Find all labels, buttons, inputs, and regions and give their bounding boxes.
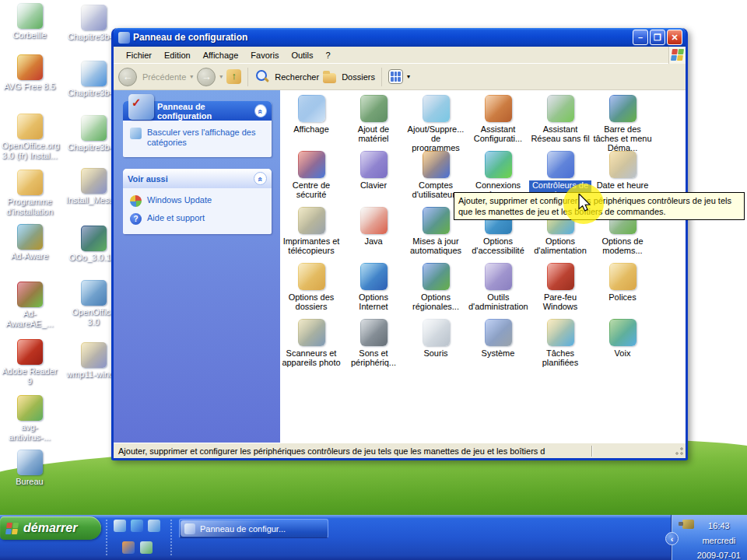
- task-pane-link[interactable]: Windows Update: [130, 195, 265, 207]
- wireless-network-wizard-icon: [547, 95, 574, 122]
- control-panel-item[interactable]: Barre des tâches et menu Déma...: [591, 93, 654, 149]
- desktop-icon-label: AVG Free 8.5: [2, 82, 58, 92]
- toolbar: ← Précédente ▾ → ▾ ↑ Rechercher Dossiers…: [114, 64, 686, 90]
- task-pane-link[interactable]: ?Aide et support: [130, 213, 265, 225]
- control-panel-item[interactable]: Souris: [405, 317, 467, 373]
- control-panel-item-label: Système: [480, 348, 517, 358]
- menu-item-favoris[interactable]: Favoris: [244, 49, 285, 61]
- search-button[interactable]: Rechercher: [275, 72, 319, 82]
- views-button[interactable]: [388, 69, 403, 84]
- control-panel-item[interactable]: Clavier: [342, 149, 405, 205]
- desktop-icon-label: Programme d'installation ...: [2, 197, 58, 227]
- back-button[interactable]: ←: [118, 68, 137, 86]
- desktop-icon[interactable]: Ad-Aware: [2, 224, 58, 261]
- java-icon: [360, 207, 388, 234]
- folders-button[interactable]: Dossiers: [342, 72, 375, 82]
- desktop-icon[interactable]: AVG Free 8.5: [2, 54, 58, 92]
- desktop-icon[interactable]: Programme d'installation ...: [2, 170, 58, 227]
- desktop-icon-label: Ad-Aware: [2, 251, 58, 261]
- control-panel-item[interactable]: Voix: [591, 317, 654, 373]
- views-dropdown-icon[interactable]: ▾: [407, 73, 410, 80]
- control-panel-item-label: Scanneurs et appareils photo: [280, 348, 342, 367]
- control-panel-item[interactable]: Affichage: [280, 93, 342, 149]
- control-panel-item[interactable]: Options des dossiers: [280, 261, 342, 317]
- quicklaunch-separator: [170, 520, 173, 555]
- collapse-chevron-icon[interactable]: «: [254, 172, 267, 185]
- media-player-icon[interactable]: [122, 541, 135, 554]
- control-panel-item[interactable]: Ajout/Suppre... de programmes: [405, 93, 467, 149]
- control-panel-item[interactable]: Options Internet: [342, 261, 405, 317]
- control-panel-item-label: Souris: [422, 348, 449, 358]
- ad-aware-ae-icon: [17, 282, 43, 307]
- resize-grip[interactable]: [675, 446, 684, 456]
- msn-icon[interactable]: [140, 541, 153, 554]
- folder-options-icon: [298, 263, 325, 290]
- control-panel-item[interactable]: Outils d'administration: [467, 261, 529, 317]
- control-panel-item[interactable]: Polices: [591, 261, 654, 317]
- titlebar[interactable]: Panneau de configuration – ❐ ✕: [114, 28, 686, 47]
- menu-item-fichier[interactable]: Fichier: [120, 49, 158, 61]
- control-panel-item[interactable]: Imprimantes et télécopieurs: [280, 205, 342, 261]
- desktop-config-icon: [17, 450, 43, 475]
- control-panel-item[interactable]: Java: [342, 205, 405, 261]
- control-panel-item-label: Ajout/Suppre... de programmes: [405, 124, 467, 152]
- search-icon[interactable]: [254, 69, 269, 84]
- date-time-icon: [609, 151, 637, 178]
- desktop-icon[interactable]: Corbeille: [2, 3, 58, 40]
- hide-tray-icons-chevron[interactable]: ‹: [665, 532, 679, 545]
- control-panel-pane: Panneau de configuration « Basculer vers…: [123, 101, 272, 157]
- close-button[interactable]: ✕: [667, 30, 682, 45]
- desktop-icon-label: Corbeille: [2, 30, 58, 40]
- menu-item-affichage[interactable]: Affichage: [197, 49, 245, 61]
- minimize-button[interactable]: –: [633, 30, 648, 45]
- control-panel-item[interactable]: Tâches planifiées: [529, 317, 591, 373]
- display-icon: [298, 95, 325, 122]
- maximize-button[interactable]: ❐: [650, 30, 665, 45]
- control-panel-item[interactable]: Assistant Configurati...: [467, 93, 529, 149]
- speech-icon: [609, 319, 637, 346]
- menu-item-outils[interactable]: Outils: [285, 49, 319, 61]
- tray-clock[interactable]: 16:43 mercredi 2009-07-01: [697, 519, 741, 560]
- network-setup-wizard-icon: [485, 95, 512, 122]
- back-dropdown-icon[interactable]: ▾: [190, 73, 193, 80]
- control-panel-item[interactable]: Assistant Réseau sans fil: [529, 93, 591, 149]
- control-panel-item-label: Assistant Configurati...: [467, 124, 529, 143]
- control-panel-item-label: Date et heure: [595, 180, 651, 190]
- taskbar-startmenu-icon: [609, 95, 637, 122]
- desktop-icon[interactable]: avg-antivirus-...: [2, 395, 58, 443]
- collapse-chevron-icon[interactable]: «: [254, 104, 267, 117]
- taskbar-task-button[interactable]: Panneau de configur...: [179, 519, 328, 538]
- tray-key-icon[interactable]: [682, 520, 694, 529]
- desktop-icon[interactable]: Adobe Reader 9: [2, 339, 58, 387]
- back-label[interactable]: Précédente: [142, 72, 186, 82]
- control-panel-item[interactable]: Système: [467, 317, 529, 373]
- show-desktop-icon[interactable]: [114, 520, 126, 532]
- scanners-cameras-icon: [298, 319, 325, 346]
- statusbar: Ajouter, supprimer et configurer les pér…: [114, 443, 686, 458]
- desktop-icon[interactable]: Ad-AwareAE_...: [2, 282, 58, 329]
- outlook-express-icon[interactable]: [148, 520, 160, 532]
- internet-options-icon: [360, 263, 388, 290]
- control-panel-item[interactable]: Options régionales...: [405, 261, 467, 317]
- up-button[interactable]: ↑: [226, 69, 241, 84]
- control-panel-item[interactable]: Ajout de matériel: [342, 93, 405, 149]
- internet-explorer-icon[interactable]: [131, 520, 143, 532]
- regional-options-icon: [423, 263, 450, 290]
- forward-dropdown-icon[interactable]: ▾: [219, 73, 223, 80]
- menu-item-edition[interactable]: Edition: [158, 49, 197, 61]
- desktop-icon[interactable]: OpenOffice.org 3.0 (fr) Instal...: [2, 114, 58, 161]
- task-pane-link-label: Basculer vers l'affichage des catégories: [147, 128, 265, 148]
- system-icon: [485, 319, 512, 346]
- task-pane: Panneau de configuration « Basculer vers…: [114, 90, 280, 443]
- control-panel-item[interactable]: Centre de sécurité: [280, 149, 342, 205]
- control-panel-item[interactable]: Pare-feu Windows: [529, 261, 591, 317]
- folders-icon[interactable]: [323, 73, 336, 83]
- forward-button[interactable]: →: [197, 68, 216, 86]
- desktop-icon[interactable]: Bureau: [2, 450, 58, 487]
- control-panel-item[interactable]: Scanneurs et appareils photo: [280, 317, 342, 373]
- menu-item-help[interactable]: ?: [320, 49, 337, 61]
- see-also-pane: Voir aussi « Windows Update?Aide et supp…: [123, 169, 272, 234]
- start-button[interactable]: démarrer: [0, 516, 101, 540]
- control-panel-item[interactable]: Sons et périphériq...: [342, 317, 405, 373]
- task-pane-link[interactable]: Basculer vers l'affichage des catégories: [130, 128, 265, 148]
